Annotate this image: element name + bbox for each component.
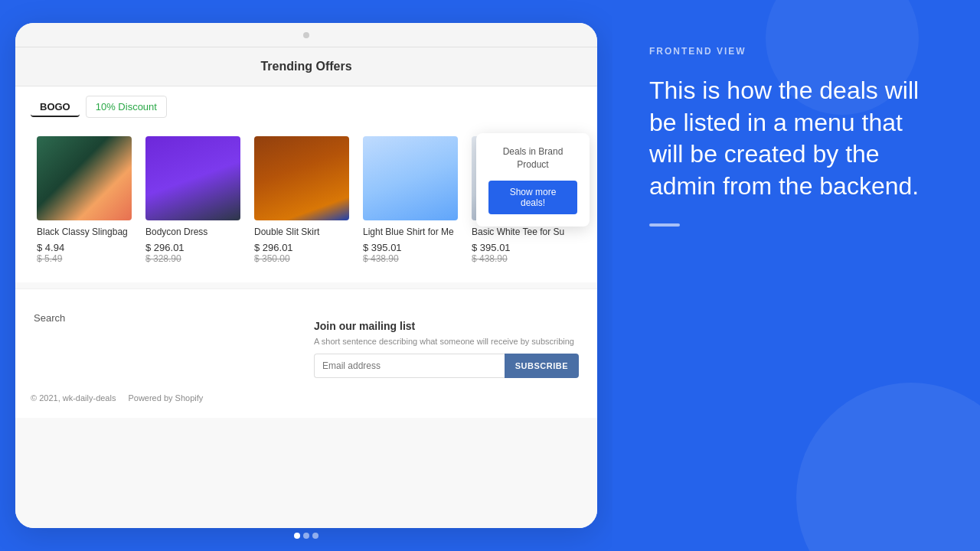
email-input[interactable] — [314, 354, 505, 378]
footer-mailing-desc: A short sentence describing what someone… — [314, 337, 579, 346]
deals-popup: Deals in Brand Product Show more deals! — [476, 133, 590, 227]
product-price-old: $ 350.00 — [254, 253, 349, 264]
browser-topbar — [15, 23, 597, 47]
product-name: Double Slit Skirt — [254, 227, 349, 237]
footer-mailing-title: Join our mailing list — [314, 320, 579, 332]
product-card[interactable]: Double Slit Skirt $ 296.01 $ 350.00 — [248, 130, 355, 270]
product-price-new: $ 296.01 — [145, 242, 240, 253]
product-name: Black Classy Slingbag — [37, 227, 132, 237]
products-area: Black Classy Slingbag $ 4.94 $ 5.49 Body… — [15, 118, 597, 282]
tab-discount[interactable]: 10% Discount — [86, 96, 167, 118]
browser-card: Trending Offers BOGO 10% Discount Black … — [15, 23, 597, 528]
footer-grid: Search Join our mailing list A short sen… — [31, 312, 582, 378]
bg-decoration-circle-1 — [796, 383, 980, 551]
tabs-row: BOGO 10% Discount — [15, 86, 597, 118]
footer-bottom: © 2021, wk-daily-deals Powered by Shopif… — [31, 393, 582, 403]
product-card[interactable]: Black Classy Slingbag $ 4.94 $ 5.49 — [31, 130, 138, 270]
product-image — [363, 136, 458, 220]
product-image — [145, 136, 240, 220]
product-price-new: $ 296.01 — [254, 242, 349, 253]
left-panel: Trending Offers BOGO 10% Discount Black … — [0, 0, 612, 551]
product-price-old: $ 328.90 — [145, 253, 240, 264]
product-price-old: $ 5.49 — [37, 253, 132, 264]
product-price-old: $ 438.90 — [363, 253, 458, 264]
carousel-indicator — [294, 533, 318, 539]
product-card[interactable]: Bodycon Dress $ 296.01 $ 328.90 — [139, 130, 247, 270]
product-price-new: $ 395.01 — [472, 242, 567, 253]
product-price-old: $ 438.90 — [472, 253, 567, 264]
footer-copyright: © 2021, wk-daily-deals — [31, 393, 116, 403]
products-section: Black Classy Slingbag $ 4.94 $ 5.49 Body… — [15, 118, 597, 289]
email-subscribe-row: SUBSCRIBE — [314, 354, 579, 378]
footer-powered-by: Powered by Shopify — [128, 393, 203, 403]
carousel-dot — [303, 533, 309, 539]
footer-search-section: Search — [34, 312, 299, 378]
footer-search-label: Search — [34, 312, 299, 324]
tab-bogo[interactable]: BOGO — [31, 96, 80, 117]
product-price-new: $ 4.94 — [37, 242, 132, 253]
browser-indicator-dot — [303, 32, 309, 38]
store-content: Trending Offers BOGO 10% Discount Black … — [15, 47, 597, 528]
store-footer: Search Join our mailing list A short sen… — [15, 289, 597, 418]
deals-popup-title: Deals in Brand Product — [488, 145, 577, 171]
product-image — [37, 136, 132, 220]
product-name: Bodycon Dress — [145, 227, 240, 237]
show-more-deals-button[interactable]: Show more deals! — [488, 181, 577, 214]
carousel-dot — [312, 533, 318, 539]
product-name: Light Blue Shirt for Me — [363, 227, 458, 237]
trending-header: Trending Offers — [15, 47, 597, 86]
footer-mailing-section: Join our mailing list A short sentence d… — [314, 320, 579, 378]
right-panel: FRONTEND VIEW This is how the deals will… — [612, 0, 980, 551]
carousel-dot — [294, 533, 300, 539]
product-image — [254, 136, 349, 220]
product-name: Basic White Tee for Su — [472, 227, 567, 237]
accent-line — [649, 223, 680, 227]
product-card[interactable]: Light Blue Shirt for Me $ 395.01 $ 438.9… — [357, 130, 464, 270]
subscribe-button[interactable]: SUBSCRIBE — [505, 354, 579, 378]
product-price-new: $ 395.01 — [363, 242, 458, 253]
